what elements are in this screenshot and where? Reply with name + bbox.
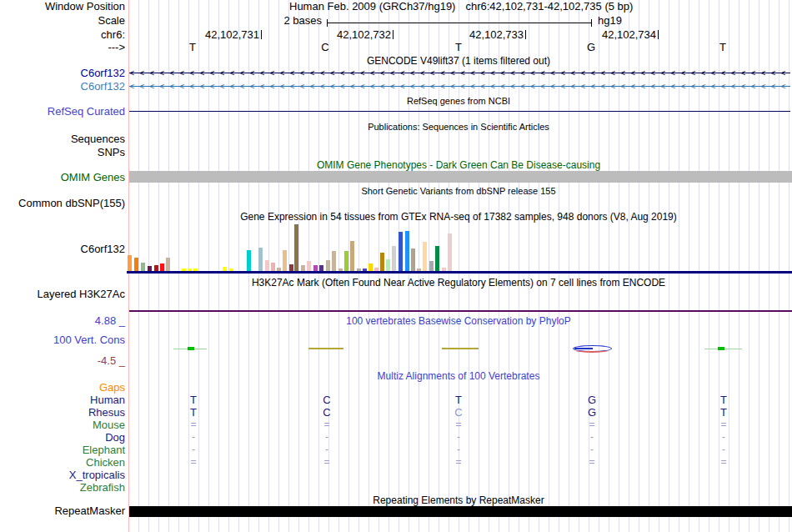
gtex-expression-bar[interactable] [368, 263, 373, 271]
multiz-alignment-cell: C [320, 394, 333, 406]
gtex-baseline [127, 271, 792, 274]
gtex-expression-bar[interactable] [326, 260, 330, 271]
h3k27ac-track-title: H3K27Ac Mark (Often Found Near Active Re… [127, 277, 790, 289]
multiz-species-label[interactable]: Elephant [0, 444, 125, 456]
multiz-alignment-cell: G [585, 406, 599, 419]
gtex-expression-bar[interactable] [332, 251, 336, 271]
gtex-expression-bar[interactable] [160, 263, 164, 271]
gtex-expression-bar[interactable] [350, 241, 354, 271]
gtex-expression-bar[interactable] [319, 265, 323, 271]
sequence-base: T [450, 42, 467, 53]
gtex-expression-bar[interactable] [313, 265, 318, 271]
multiz-alignment-cell: = [320, 419, 333, 431]
refseq-curated-label[interactable]: RefSeq Curated [0, 106, 125, 118]
strand-direction-label: ---> [0, 42, 125, 53]
multiz-alignment-cell: = [187, 456, 200, 469]
gtex-expression-bar[interactable] [363, 269, 367, 271]
gtex-expression-bar[interactable] [148, 266, 152, 271]
gtex-expression-bar[interactable] [128, 255, 132, 271]
repeatmasker-label[interactable]: RepeatMasker [0, 505, 125, 517]
gtex-expression-bar[interactable] [289, 264, 293, 271]
multiz-species-label[interactable]: Rhesus [0, 406, 125, 419]
gtex-expression-bar[interactable] [141, 263, 145, 271]
multiz-species-label[interactable]: Mouse [0, 419, 125, 431]
vert-cons-label[interactable]: 100 Vert. Cons [0, 334, 125, 346]
common-dbsnp-label[interactable]: Common dbSNP(155) [0, 198, 125, 209]
gtex-expression-bar[interactable] [442, 268, 446, 271]
multiz-species-label[interactable]: X_tropicalis [0, 469, 125, 481]
gtex-expression-bar[interactable] [307, 261, 311, 271]
sequences-track-label[interactable]: Sequences [0, 133, 125, 145]
multiz-alignment-cell: T [452, 394, 465, 406]
gtex-expression-bar[interactable] [448, 233, 452, 271]
multiz-alignment-cell: - [320, 444, 333, 456]
gtex-expression-bar[interactable] [411, 248, 415, 271]
gtex-expression-bar[interactable] [265, 260, 269, 271]
omim-genes-label[interactable]: OMIM Genes [0, 172, 125, 183]
sequence-base: T [714, 42, 731, 53]
gencode-track-title: GENCODE V49lift37 (1 items filtered out) [127, 55, 790, 67]
multiz-alignment-cell: = [452, 419, 465, 431]
position-range: chr6:42,102,731-42,102,735 (5 bp) [465, 0, 633, 13]
gtex-expression-bar[interactable] [271, 263, 275, 271]
scale-bar [327, 23, 592, 23]
gtex-expression-bar[interactable] [435, 246, 439, 271]
gencode-gene-label[interactable]: C6orf132 [0, 68, 125, 79]
gtex-expression-bar[interactable] [423, 242, 427, 271]
multiz-alignment-cell: G [585, 394, 599, 406]
multiz-alignment-cell: = [320, 456, 333, 469]
gtex-expression-bar[interactable] [247, 250, 251, 271]
gtex-expression-bar[interactable] [229, 269, 233, 271]
gtex-expression-bar[interactable] [374, 268, 378, 271]
gtex-expression-bar[interactable] [338, 269, 343, 271]
multiz-alignment-cell: = [585, 419, 599, 431]
multiz-alignment-cell: C [452, 406, 465, 419]
gtex-expression-bar[interactable] [405, 231, 409, 271]
gencode-transcript-row[interactable]: <<<<<<<<<<<<<<<<<<<<<<<<<<<<<<<<<<<<<<<<… [129, 68, 790, 78]
gtex-expression-bar[interactable] [301, 265, 305, 271]
multiz-species-label[interactable]: Dog [0, 431, 125, 444]
gtex-gene-label[interactable]: C6orf132 [0, 243, 125, 255]
multiz-alignment-cell: - [717, 431, 730, 444]
gtex-expression-bar[interactable] [277, 268, 281, 271]
gtex-expression-bar[interactable] [154, 265, 158, 271]
multiz-species-label[interactable]: Zebrafish [0, 481, 125, 494]
gtex-expression-bar[interactable] [417, 269, 421, 271]
gtex-expression-bar[interactable] [134, 258, 138, 271]
multiz-alignment-cell: - [320, 431, 333, 444]
gtex-expression-bar[interactable] [386, 259, 390, 271]
gencode-transcript-row[interactable]: <<<<<<<<<<<<<<<<<<<<<<<<<<<<<<<<<<<<<<<<… [129, 81, 790, 92]
gtex-expression-bar[interactable] [392, 246, 396, 271]
multiz-species-label[interactable]: Gaps [0, 381, 125, 394]
gtex-expression-bar[interactable] [294, 224, 298, 271]
repeatmasker-element-bar[interactable] [129, 506, 792, 517]
publications-track-title: Publications: Sequences in Scientific Ar… [127, 121, 790, 133]
repeatmasker-track-title: Repeating Elements by RepeatMasker [127, 494, 790, 506]
multiz-species-label[interactable]: Human [0, 394, 125, 406]
gtex-expression-bar[interactable] [357, 269, 361, 271]
phylop-negative-arc [575, 348, 609, 353]
snps-track-label[interactable]: SNPs [0, 147, 125, 158]
gtex-expression-bar[interactable] [166, 258, 170, 271]
phylop-neutral-mark [308, 348, 343, 349]
gtex-expression-bar[interactable] [193, 269, 198, 271]
gtex-expression-bar[interactable] [188, 269, 192, 271]
gtex-expression-bar[interactable] [429, 261, 434, 271]
refseq-gene-line[interactable] [129, 111, 790, 112]
gtex-expression-bar[interactable] [258, 248, 263, 271]
gtex-expression-bar[interactable] [283, 250, 287, 271]
gencode-gene-label[interactable]: C6orf132 [0, 81, 125, 93]
omim-gene-bar[interactable] [129, 171, 792, 183]
gtex-expression-bar[interactable] [223, 267, 227, 271]
sequence-base: G [583, 42, 599, 53]
gtex-track-title: Gene Expression in 54 tissues from GTEx … [127, 211, 790, 223]
gtex-expression-bar[interactable] [380, 253, 384, 271]
multiz-species-label[interactable]: Chicken [0, 456, 125, 469]
refseq-track-title: RefSeq genes from NCBI [127, 95, 790, 107]
gtex-expression-bar[interactable] [182, 269, 186, 271]
multiz-alignment-cell: T [717, 394, 730, 406]
gtex-expression-bar[interactable] [399, 232, 403, 271]
phylop-positive-peak [188, 347, 194, 350]
layered-h3k27ac-label[interactable]: Layered H3K27Ac [0, 289, 125, 300]
gtex-expression-bar[interactable] [344, 251, 348, 271]
